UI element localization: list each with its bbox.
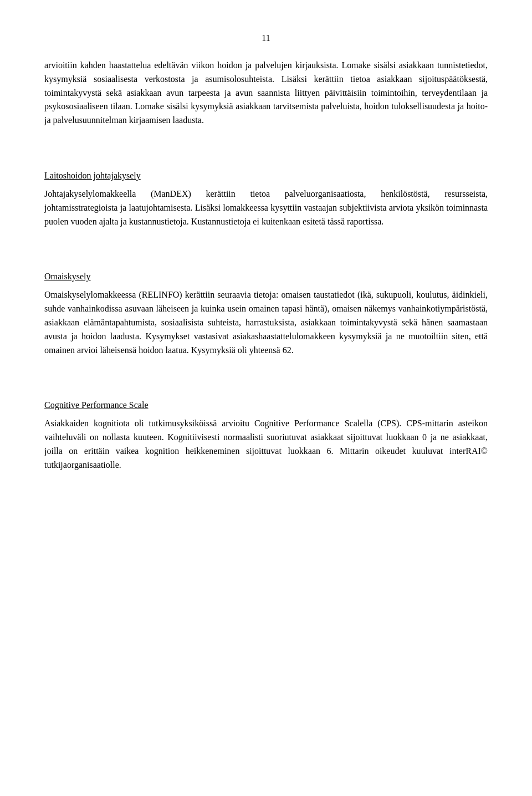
laitoshoidon-section: Laitoshoidon johtajakysely Johtajakysely… (44, 171, 488, 228)
page: 11 arvioitiin kahden haastattelua edeltä… (0, 0, 532, 796)
paragraph-2: Johtajakyselylomakkeella (ManDEX) kerätt… (44, 187, 488, 228)
laitoshoidon-heading: Laitoshoidon johtajakysely (44, 171, 488, 181)
paragraph-3: Omaiskyselylomakkeessa (RELINFO) kerätti… (44, 288, 488, 357)
cps-heading: Cognitive Performance Scale (44, 400, 488, 410)
omaiskysely-section: Omaiskysely Omaiskyselylomakkeessa (RELI… (44, 272, 488, 357)
paragraph-4: Asiakkaiden kognitiota oli tutkimusyksik… (44, 417, 488, 472)
omaiskysely-heading: Omaiskysely (44, 272, 488, 282)
cps-section: Cognitive Performance Scale Asiakkaiden … (44, 400, 488, 472)
paragraph-1: arvioitiin kahden haastattelua edeltävän… (44, 59, 488, 127)
page-number: 11 (44, 33, 488, 43)
